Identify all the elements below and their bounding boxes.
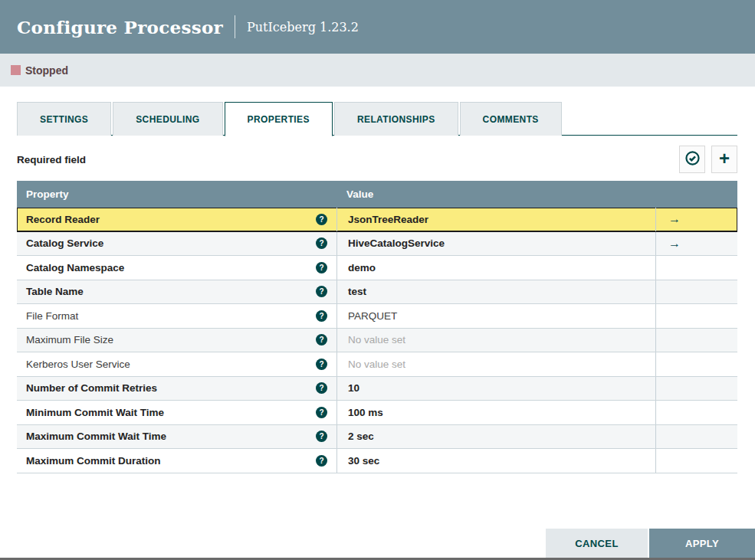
property-name: Kerberos User Service <box>26 359 130 370</box>
property-name: Catalog Service <box>26 237 103 249</box>
help-icon[interactable]: ? <box>316 334 327 345</box>
value-cell[interactable]: No value set <box>336 352 655 376</box>
tab-bar: SETTINGSSCHEDULINGPROPERTIESRELATIONSHIP… <box>17 102 737 136</box>
value-cell[interactable]: 30 sec <box>336 449 655 473</box>
property-value: HiveCatalogService <box>348 237 445 249</box>
title-divider <box>235 15 235 38</box>
cancel-button[interactable]: CANCEL <box>546 529 648 558</box>
table-row[interactable]: Minimum Commit Wait Time ? 100 ms → <box>17 401 737 425</box>
property-name: Maximum Commit Duration <box>26 455 161 467</box>
column-header-property: Property <box>17 188 336 200</box>
table-header: Property Value <box>17 181 737 208</box>
property-value: PARQUET <box>348 310 397 322</box>
help-icon[interactable]: ? <box>316 431 327 442</box>
property-cell: Table Name ? <box>17 280 336 304</box>
property-value: JsonTreeReader <box>348 214 428 225</box>
actions-cell: → <box>655 449 737 473</box>
help-icon[interactable]: ? <box>316 237 327 249</box>
property-name: Maximum File Size <box>26 334 113 345</box>
required-field-label: Required field <box>17 154 86 165</box>
value-cell[interactable]: 2 sec <box>336 425 655 449</box>
column-header-value: Value <box>336 188 655 200</box>
actions-cell: → <box>655 352 737 376</box>
help-icon[interactable]: ? <box>316 359 327 370</box>
help-icon[interactable]: ? <box>316 310 327 322</box>
value-cell[interactable]: JsonTreeReader <box>336 208 655 231</box>
value-cell[interactable]: test <box>336 280 655 304</box>
processor-type-version: PutIceberg 1.23.2 <box>247 20 359 34</box>
add-property-button[interactable]: + <box>711 146 737 173</box>
help-icon[interactable]: ? <box>316 455 327 467</box>
property-cell: Maximum Commit Duration ? <box>17 449 336 473</box>
property-name: Record Reader <box>26 214 100 225</box>
actions-cell: → <box>655 377 737 401</box>
help-icon[interactable]: ? <box>316 214 327 225</box>
help-icon[interactable]: ? <box>316 262 327 273</box>
table-row[interactable]: Kerberos User Service ? No value set → <box>17 352 737 377</box>
property-cell: Kerberos User Service ? <box>17 352 336 376</box>
actions-cell: → <box>655 304 737 328</box>
tab-label: SETTINGS <box>40 114 88 125</box>
table-row[interactable]: Catalog Service ? HiveCatalogService → <box>17 232 737 257</box>
property-value: No value set <box>348 334 405 345</box>
property-name: Table Name <box>26 286 84 297</box>
property-value: 10 <box>348 382 359 394</box>
properties-table-body: Record Reader ? JsonTreeReader → Catalog… <box>17 208 737 473</box>
help-icon[interactable]: ? <box>316 407 327 418</box>
actions-cell: → <box>655 425 737 449</box>
property-name: Maximum Commit Wait Time <box>26 431 166 442</box>
value-cell[interactable]: demo <box>336 256 655 280</box>
actions-cell: → <box>655 280 737 304</box>
property-name: File Format <box>26 310 78 322</box>
table-row[interactable]: Maximum Commit Wait Time ? 2 sec → <box>17 425 737 450</box>
table-row[interactable]: Maximum File Size ? No value set → <box>17 329 737 353</box>
value-cell[interactable]: No value set <box>336 329 655 352</box>
property-cell: Maximum File Size ? <box>17 329 336 352</box>
status-bar: Stopped <box>0 54 755 87</box>
tab-comments[interactable]: COMMENTS <box>460 102 562 136</box>
properties-table: Property Value Record Reader ? JsonTreeR… <box>17 181 737 473</box>
table-row[interactable]: File Format ? PARQUET → <box>17 304 737 329</box>
dialog-header: Configure Processor PutIceberg 1.23.2 <box>0 0 755 54</box>
property-cell: Catalog Namespace ? <box>17 256 336 280</box>
tab-label: COMMENTS <box>483 114 539 125</box>
property-name: Catalog Namespace <box>26 262 124 273</box>
table-row[interactable]: Number of Commit Retries ? 10 → <box>17 377 737 401</box>
table-row[interactable]: Record Reader ? JsonTreeReader → <box>17 208 737 232</box>
add-property-icon: + <box>719 149 730 168</box>
go-to-service-icon[interactable]: → <box>668 237 681 250</box>
value-cell[interactable]: 10 <box>336 377 655 401</box>
status-label: Stopped <box>25 64 68 77</box>
property-value: No value set <box>348 359 405 370</box>
go-to-service-icon[interactable]: → <box>668 213 681 225</box>
table-row[interactable]: Catalog Namespace ? demo → <box>17 256 737 280</box>
actions-cell: → <box>655 232 737 256</box>
tab-scheduling[interactable]: SCHEDULING <box>113 102 222 136</box>
properties-toolbar: Required field + <box>17 146 737 173</box>
actions-cell: → <box>655 401 737 424</box>
value-cell[interactable]: PARQUET <box>336 304 655 328</box>
tab-label: SCHEDULING <box>136 114 199 125</box>
table-row[interactable]: Table Name ? test → <box>17 280 737 305</box>
verify-properties-button[interactable] <box>679 146 705 173</box>
property-cell: File Format ? <box>17 304 336 328</box>
table-row[interactable]: Maximum Commit Duration ? 30 sec → <box>17 449 737 473</box>
actions-cell: → <box>655 208 737 231</box>
toolbar-buttons: + <box>679 146 737 173</box>
property-name: Number of Commit Retries <box>26 382 157 394</box>
property-cell: Minimum Commit Wait Time ? <box>17 401 336 424</box>
help-icon[interactable]: ? <box>316 286 327 297</box>
tab-relationships[interactable]: RELATIONSHIPS <box>334 102 458 136</box>
property-cell: Maximum Commit Wait Time ? <box>17 425 336 449</box>
tab-settings[interactable]: SETTINGS <box>17 102 111 136</box>
property-cell: Catalog Service ? <box>17 232 336 256</box>
tab-label: PROPERTIES <box>248 114 310 125</box>
apply-button[interactable]: APPLY <box>649 529 755 558</box>
property-cell: Record Reader ? <box>17 208 336 231</box>
value-cell[interactable]: HiveCatalogService <box>336 232 655 256</box>
tab-properties[interactable]: PROPERTIES <box>225 102 333 136</box>
property-value: 30 sec <box>348 455 379 467</box>
value-cell[interactable]: 100 ms <box>336 401 655 424</box>
help-icon[interactable]: ? <box>316 382 327 394</box>
property-name: Minimum Commit Wait Time <box>26 407 164 418</box>
